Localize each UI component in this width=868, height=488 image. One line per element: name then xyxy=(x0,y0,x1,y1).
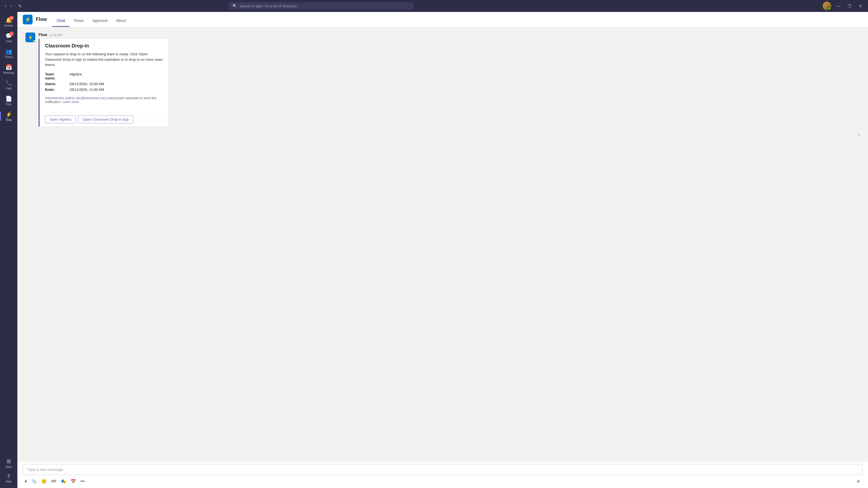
input-area: Type a new message A 📎 🙂 GIF 🎭 📅 ••• ➤ xyxy=(18,461,868,488)
nav-back-button[interactable]: ‹ xyxy=(3,2,8,9)
avatar-icon: ⚡ xyxy=(28,35,33,40)
flow-icon: ⚡ xyxy=(5,111,12,118)
input-toolbar: A 📎 🙂 GIF 🎭 📅 ••• ➤ xyxy=(23,477,863,486)
gif-button[interactable]: GIF xyxy=(50,478,58,484)
sidebar-label-files: Files xyxy=(6,103,11,106)
online-indicator xyxy=(33,40,36,43)
send-button[interactable]: ➤ xyxy=(854,477,863,485)
field-value-ends: 28/11/2020, 11:00 AM xyxy=(69,87,163,93)
compose-button[interactable]: ✎ xyxy=(16,2,24,10)
sidebar-label-chat: Chat xyxy=(6,40,11,43)
message-row: ⚡ Flow 11:31 AM Classroom Drop-in Your r… xyxy=(26,33,860,127)
tab-flows[interactable]: Flows xyxy=(69,12,88,27)
avatar xyxy=(823,2,831,10)
card-table: Team name: Algebra Starts: 28/11/2020, 1… xyxy=(45,71,163,93)
files-icon: 📄 xyxy=(5,95,12,102)
open-algebra-button[interactable]: Open Algebra xyxy=(45,116,76,123)
tab-about[interactable]: About xyxy=(112,12,130,27)
sidebar-item-files[interactable]: 📄 Files xyxy=(0,93,18,108)
sidebar-item-activity[interactable]: 🔔 2 Activity xyxy=(0,14,18,30)
table-row: Team name: Algebra xyxy=(45,71,163,81)
card-footer: Administrator (admin.abc@demomail.com) u… xyxy=(45,96,163,104)
scroll-down-indicator[interactable]: › xyxy=(858,131,860,137)
search-icon: 🔍 xyxy=(232,4,237,8)
message-avatar: ⚡ xyxy=(26,33,35,42)
chat-badge: 1 xyxy=(9,31,14,36)
sidebar: 🔔 2 Activity 💬 1 Chat 👥 Teams 📅 Meetings… xyxy=(0,12,18,488)
sidebar-item-chat[interactable]: 💬 1 Chat xyxy=(0,30,18,45)
tab-chat[interactable]: Chat xyxy=(52,12,69,27)
card-description: Your request to drop in on the following… xyxy=(45,52,163,67)
help-icon: ? xyxy=(7,474,10,479)
search-input[interactable] xyxy=(239,4,410,8)
minimize-button[interactable]: — xyxy=(834,3,843,9)
calls-icon: 📞 xyxy=(5,80,12,86)
user-avatar-button[interactable] xyxy=(823,2,831,10)
app-body: 🔔 2 Activity 💬 1 Chat 👥 Teams 📅 Meetings… xyxy=(0,12,868,488)
table-row: Starts: 28/11/2020, 10:00 AM xyxy=(45,81,163,87)
teams-icon: 👥 xyxy=(5,48,12,55)
sidebar-item-teams[interactable]: 👥 Teams xyxy=(0,45,18,61)
sidebar-label-flow: Flow xyxy=(6,119,11,122)
activity-icon: 🔔 2 xyxy=(5,17,12,23)
table-row: Ends: 28/11/2020, 11:00 AM xyxy=(45,87,163,93)
field-label-starts: Starts: xyxy=(45,81,69,87)
field-value-starts: 28/11/2020, 10:00 AM xyxy=(69,81,163,87)
card-content: Classroom Drop-in Your request to drop i… xyxy=(40,39,168,112)
sidebar-item-calls[interactable]: 📞 Calls xyxy=(0,77,18,93)
field-value-team: Algebra xyxy=(69,71,163,81)
sidebar-item-apps[interactable]: ⊞ Apps xyxy=(0,455,18,471)
chat-area: ⚡ Flow 11:31 AM Classroom Drop-in Your r… xyxy=(18,27,868,461)
more-options-button[interactable]: ••• xyxy=(79,478,87,485)
titlebar-actions: — ❐ ✕ xyxy=(823,2,865,10)
message-header: Flow 11:31 AM xyxy=(38,33,860,37)
sidebar-label-meetings: Meetings xyxy=(3,71,14,74)
sidebar-item-meetings[interactable]: 📅 Meetings xyxy=(0,61,18,77)
app-title: Flow xyxy=(36,17,47,22)
sidebar-label-activity: Activity xyxy=(4,24,13,27)
titlebar: ‹ › ✎ 🔍 — ❐ ✕ xyxy=(0,0,868,12)
search-bar[interactable]: 🔍 xyxy=(229,2,414,10)
meetings-icon: 📅 xyxy=(5,64,12,70)
schedule-button[interactable]: 📅 xyxy=(69,478,78,485)
close-button[interactable]: ✕ xyxy=(856,3,865,9)
flow-app-icon: ⚡ xyxy=(23,14,33,24)
sidebar-label-calls: Calls xyxy=(6,87,12,90)
sidebar-label-teams: Teams xyxy=(5,56,12,59)
sticker-button[interactable]: 🎭 xyxy=(59,478,68,485)
restore-button[interactable]: ❐ xyxy=(845,3,854,9)
apps-icon: ⊞ xyxy=(6,458,11,464)
message-time: 11:31 AM xyxy=(50,33,62,37)
sidebar-item-flow[interactable]: ⚡ Flow xyxy=(0,108,18,124)
nav-forward-button[interactable]: › xyxy=(9,2,13,9)
tab-approval[interactable]: Approval xyxy=(88,12,112,27)
message-input[interactable]: Type a new message xyxy=(23,464,863,475)
sidebar-item-help[interactable]: ? Help xyxy=(0,471,18,486)
sidebar-label-help: Help xyxy=(6,480,12,483)
sidebar-label-apps: Apps xyxy=(6,465,12,468)
emoji-button[interactable]: 🙂 xyxy=(40,478,48,485)
topbar: ⚡ Flow Chat Flows Approval About xyxy=(18,12,868,27)
field-label-team: Team name: xyxy=(45,71,69,81)
card-title: Classroom Drop-in xyxy=(45,43,163,49)
flow-icon-glyph: ⚡ xyxy=(25,17,31,23)
format-button[interactable]: A xyxy=(23,478,29,485)
field-label-ends: Ends: xyxy=(45,87,69,93)
message-input-placeholder: Type a new message xyxy=(27,467,63,472)
content-area: ⚡ Flow Chat Flows Approval About ⚡ Flow xyxy=(18,12,868,488)
open-classroom-app-button[interactable]: Open Classroom Drop-in App xyxy=(78,116,133,123)
message-body: Flow 11:31 AM Classroom Drop-in Your req… xyxy=(38,33,860,127)
message-sender: Flow xyxy=(38,33,47,37)
tab-navigation: Chat Flows Approval About xyxy=(52,12,130,27)
attach-button[interactable]: 📎 xyxy=(30,478,38,485)
card-actions: Open Algebra Open Classroom Drop-in App xyxy=(40,112,168,127)
message-card: Classroom Drop-in Your request to drop i… xyxy=(38,38,169,127)
activity-badge: 2 xyxy=(9,16,14,20)
admin-link[interactable]: Administrator (admin.abc@demomail.com) xyxy=(45,96,107,100)
nav-buttons: ‹ › xyxy=(3,2,14,9)
learn-more-link[interactable]: Learn more xyxy=(62,100,79,104)
chat-icon: 💬 1 xyxy=(5,33,12,39)
